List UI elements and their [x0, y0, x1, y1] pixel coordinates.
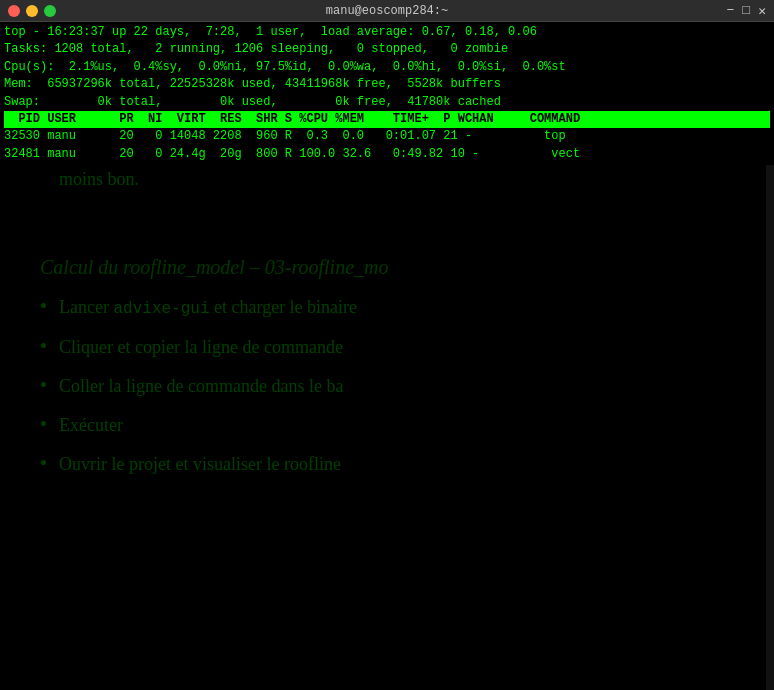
top-line-4: Mem: 65937296k total, 22525328k used, 43… [4, 76, 770, 93]
pres-bullet-text-3: Cliquer et copier la ligne de commande [59, 335, 343, 360]
maximize-button[interactable] [44, 5, 56, 17]
pres-bullet-text-2: Lancer advixe-gui et charger le binaire [59, 295, 357, 320]
pres-bullet-5: • Exécuter [40, 413, 754, 438]
close-button[interactable] [8, 5, 20, 17]
top-header-row: PID USER PR NI VIRT RES SHR S %CPU %MEM … [4, 111, 770, 128]
bullet-dot-4: • [40, 374, 47, 397]
top-line-1: top - 16:23:37 up 22 days, 7:28, 1 user,… [4, 24, 770, 41]
pres-bullet-4: • Coller la ligne de commande dans le ba [40, 374, 754, 399]
bullet-dot-3: • [40, 335, 47, 358]
minimize-button[interactable] [26, 5, 38, 17]
window-minimize-icon[interactable]: − [727, 3, 735, 19]
top-process-row-2: 32481 manu 20 0 24.4g 20g 800 R 100.0 32… [4, 146, 770, 163]
window-restore-icon[interactable]: □ [742, 3, 750, 19]
pres-bullet-2: • Lancer advixe-gui et charger le binair… [40, 295, 754, 320]
window-title: manu@eoscomp284:~ [326, 4, 448, 18]
pres-section2-title: Calcul du roofline_model – 03-roofline_m… [40, 256, 754, 279]
terminal-window[interactable]: • Supprimer les appels openmp de la roum… [0, 22, 774, 690]
pres-bullet-text-6: Ouvrir le projet et visualiser le roofli… [59, 452, 341, 477]
pres-bullet-text-5: Exécuter [59, 413, 123, 438]
top-line-3: Cpu(s): 2.1%us, 0.4%sy, 0.0%ni, 97.5%id,… [4, 59, 770, 76]
bullet-dot-6: • [40, 452, 47, 475]
top-line-2: Tasks: 1208 total, 2 running, 1206 sleep… [4, 41, 770, 58]
bullet-dot-5: • [40, 413, 47, 436]
top-command-output: top - 16:23:37 up 22 days, 7:28, 1 user,… [0, 22, 774, 165]
window-titlebar: manu@eoscomp284:~ − □ ✕ [0, 0, 774, 22]
pres-bullet-text-4: Coller la ligne de commande dans le ba [59, 374, 343, 399]
window-right-controls[interactable]: − □ ✕ [727, 3, 766, 19]
bullet-dot-2: • [40, 295, 47, 318]
pres-bullet-6: • Ouvrir le projet et visualiser le roof… [40, 452, 754, 477]
window-close-icon[interactable]: ✕ [758, 3, 766, 19]
window-controls[interactable] [8, 5, 56, 17]
top-line-5: Swap: 0k total, 0k used, 0k free, 41780k… [4, 94, 770, 111]
top-process-row-1: 32530 manu 20 0 14048 2208 960 R 0.3 0.0… [4, 128, 770, 145]
pres-bullet-3: • Cliquer et copier la ligne de commande [40, 335, 754, 360]
presentation-background: • Supprimer les appels openmp de la roum… [0, 132, 774, 690]
